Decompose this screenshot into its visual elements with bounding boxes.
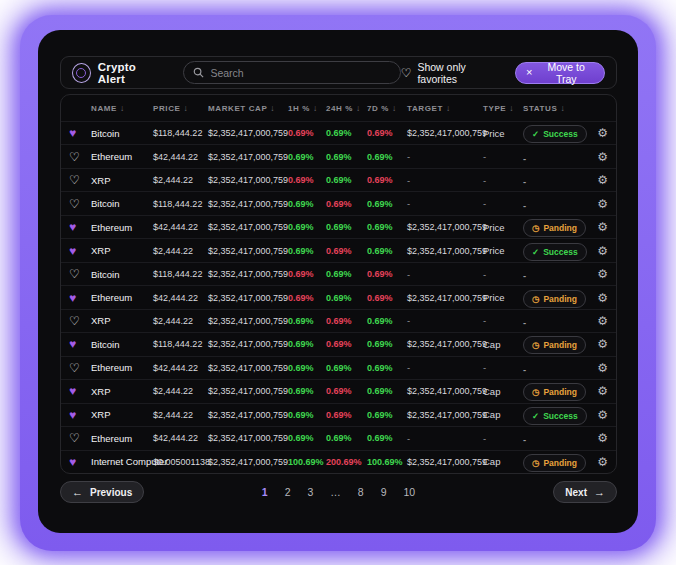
alert-type: - [483, 362, 523, 373]
page-10[interactable]: 10 [404, 486, 416, 498]
status-cell: ◷Panding [523, 217, 579, 237]
alert-type: - [483, 433, 523, 444]
clock-icon: ◷ [532, 223, 539, 233]
gear-icon[interactable]: ⚙ [597, 150, 608, 164]
table-row: ♡ Bitcoin $118,444.22 $2,352,417,000,759… [61, 191, 616, 214]
gear-icon[interactable]: ⚙ [597, 431, 608, 445]
favorite-heart-icon[interactable]: ♥ [69, 385, 91, 397]
column-header-7d-[interactable]: 7D %↓ [367, 103, 407, 113]
gear-icon[interactable]: ⚙ [597, 314, 608, 328]
coin-price: $42,444.22 [153, 293, 208, 303]
move-to-tray-button[interactable]: × Move to Tray [515, 62, 605, 84]
status-badge: - [523, 200, 526, 211]
page-9[interactable]: 9 [381, 486, 387, 498]
app-title: Crypto Alert [98, 61, 162, 85]
market-cap: $2,352,417,000,759 [208, 386, 288, 396]
change-7d: 0.69% [367, 339, 407, 349]
status-badge: - [523, 176, 526, 187]
status-cell: - [523, 148, 579, 166]
gear-icon[interactable]: ⚙ [597, 337, 608, 351]
coin-price: $118,444.22 [153, 269, 208, 279]
previous-page-button[interactable]: ← Previous [60, 481, 144, 503]
column-header-status[interactable]: STATUS↓ [523, 103, 579, 113]
sort-down-icon: ↓ [560, 103, 565, 113]
search-box[interactable] [183, 61, 400, 84]
column-header-type[interactable]: TYPE↓ [483, 103, 523, 113]
table-body: ♥ Bitcoin $118,444.22 $2,352,417,000,759… [61, 121, 616, 473]
page-2[interactable]: 2 [285, 486, 291, 498]
alert-type: Price [483, 245, 523, 256]
favorite-heart-icon[interactable]: ♡ [69, 151, 91, 163]
alert-type: - [483, 151, 523, 162]
column-header-1h-[interactable]: 1H %↓ [288, 103, 326, 113]
status-cell: ◷Panding [523, 288, 579, 308]
favorite-heart-icon[interactable]: ♡ [69, 362, 91, 374]
change-24h: 0.69% [326, 269, 367, 279]
status-cell: ◷Panding [523, 334, 579, 354]
alert-type: Cap [483, 409, 523, 420]
favorite-heart-icon[interactable]: ♡ [69, 198, 91, 210]
clock-icon: ◷ [532, 294, 539, 304]
coin-price: $42,444.22 [153, 152, 208, 162]
gear-icon[interactable]: ⚙ [597, 408, 608, 422]
app-window: Crypto Alert ♡ Show only favorites × Mov… [38, 30, 638, 533]
gear-icon[interactable]: ⚙ [597, 244, 608, 258]
target-value: $2,352,417,000,759 [407, 222, 483, 232]
gear-icon[interactable]: ⚙ [597, 173, 608, 187]
gear-icon[interactable]: ⚙ [597, 267, 608, 281]
change-24h: 0.69% [326, 175, 367, 185]
column-header-market-cap[interactable]: MARKET CAP↓ [208, 103, 288, 113]
favorite-heart-icon[interactable]: ♥ [69, 127, 91, 139]
gear-icon[interactable]: ⚙ [597, 126, 608, 140]
column-label: TARGET [407, 104, 443, 113]
favorite-heart-icon[interactable]: ♥ [69, 221, 91, 233]
alert-type: Cap [483, 386, 523, 397]
status-label: Success [543, 129, 578, 139]
target-value: $2,352,417,000,759 [407, 457, 483, 467]
change-1h: 0.69% [288, 410, 326, 420]
app-header: Crypto Alert ♡ Show only favorites × Mov… [60, 56, 617, 89]
page-8[interactable]: 8 [358, 486, 364, 498]
change-7d: 0.69% [367, 128, 407, 138]
change-24h: 0.69% [326, 128, 367, 138]
market-cap: $2,352,417,000,759 [208, 363, 288, 373]
favorite-heart-icon[interactable]: ♥ [69, 245, 91, 257]
favorite-heart-icon[interactable]: ♥ [69, 292, 91, 304]
page-3[interactable]: 3 [307, 486, 313, 498]
target-value: - [407, 315, 483, 326]
column-header-24h-[interactable]: 24H %↓ [326, 103, 367, 113]
gear-icon[interactable]: ⚙ [597, 220, 608, 234]
favorite-heart-icon[interactable]: ♡ [69, 174, 91, 186]
status-badge: ✓Success [523, 243, 587, 261]
clock-icon: ◷ [532, 458, 539, 468]
favorite-heart-icon[interactable]: ♥ [69, 338, 91, 350]
column-header-target[interactable]: TARGET↓ [407, 103, 483, 113]
search-input[interactable] [210, 67, 390, 79]
status-badge: ◷Panding [523, 336, 586, 354]
target-value: $2,352,417,000,759 [407, 128, 483, 138]
gear-icon[interactable]: ⚙ [597, 291, 608, 305]
gear-icon[interactable]: ⚙ [597, 197, 608, 211]
alert-type: - [483, 198, 523, 209]
next-page-button[interactable]: Next → [553, 481, 617, 503]
change-24h: 0.69% [326, 222, 367, 232]
gear-icon[interactable]: ⚙ [597, 361, 608, 375]
coin-name: Ethereum [91, 292, 153, 303]
favorite-heart-icon[interactable]: ♡ [69, 315, 91, 327]
favorite-heart-icon[interactable]: ♡ [69, 268, 91, 280]
heart-outline-icon: ♡ [401, 67, 412, 79]
coin-name: XRP [91, 409, 153, 420]
favorite-heart-icon[interactable]: ♥ [69, 409, 91, 421]
favorite-heart-icon[interactable]: ♥ [69, 456, 91, 468]
favorite-heart-icon[interactable]: ♡ [69, 432, 91, 444]
gear-icon[interactable]: ⚙ [597, 384, 608, 398]
show-only-favorites-toggle[interactable]: ♡ Show only favorites [401, 61, 501, 85]
status-label: Panding [543, 387, 577, 397]
gear-icon[interactable]: ⚙ [597, 455, 608, 469]
coin-name: Bitcoin [91, 269, 153, 280]
page-1[interactable]: 1 [262, 486, 268, 498]
column-header-name[interactable]: NAME↓ [91, 103, 153, 113]
change-1h: 0.69% [288, 222, 326, 232]
alert-type: Price [483, 222, 523, 233]
column-header-price[interactable]: PRICE↓ [153, 103, 208, 113]
